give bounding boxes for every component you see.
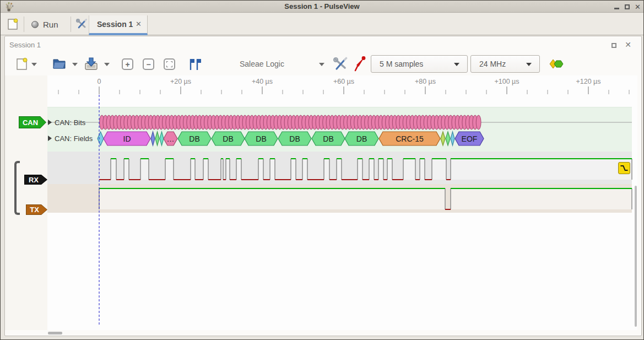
horizontal-scrollbar-thumb[interactable]: [48, 332, 62, 334]
device-selector[interactable]: Saleae Logic: [240, 60, 284, 68]
device-dropdown-arrow[interactable]: [319, 63, 324, 66]
decoder-tag-can[interactable]: CAN: [19, 116, 46, 128]
minimize-button[interactable]: [612, 2, 621, 11]
tab-label: Session 1: [97, 20, 133, 29]
minimize-icon: [614, 8, 619, 9]
new-session-button[interactable]: [7, 18, 18, 30]
new-file-dropdown-arrow[interactable]: [31, 63, 37, 66]
tab-close-icon[interactable]: ✕: [136, 20, 142, 28]
sample-count-select[interactable]: 5 M samples: [371, 55, 468, 73]
main-toolbar: Run Session 1 ✕: [1, 13, 643, 35]
close-icon: ✕: [635, 3, 641, 10]
falling-edge-trigger-icon: [619, 163, 629, 173]
zoom-out-button[interactable]: −: [143, 58, 154, 70]
tab-session-1[interactable]: Session 1 ✕: [89, 15, 148, 35]
subwindow-maximize-icon: [611, 43, 616, 48]
toolbar-separator: [71, 17, 71, 32]
vertical-scrollbar-thumb[interactable]: [635, 186, 637, 327]
can-tag-label: CAN: [19, 117, 46, 128]
sample-count-value: 5 M samples: [380, 60, 423, 68]
zoom-in-button[interactable]: +: [122, 58, 133, 70]
add-decoder-button[interactable]: [549, 58, 565, 69]
bits-row-expander-icon[interactable]: [48, 120, 52, 125]
zoom-in-icon: +: [125, 60, 129, 69]
subwindow-maximize-button[interactable]: [609, 41, 618, 50]
configure-device-button[interactable]: [333, 57, 348, 72]
sample-rate-value: 24 MHz: [479, 60, 506, 68]
new-file-button[interactable]: [16, 57, 28, 71]
pulseview-window: Session 1 - PulseView ✕ Run Session 1 ✕: [0, 0, 644, 340]
subwindow-close-button[interactable]: ✕: [624, 40, 632, 49]
settings-wrench-icon[interactable]: [76, 19, 87, 30]
zoom-out-icon: −: [146, 60, 150, 69]
fields-row-expander-icon[interactable]: [48, 136, 52, 141]
maximize-icon: [625, 4, 630, 9]
close-button[interactable]: ✕: [633, 2, 642, 11]
fields-row-label: CAN: Fields: [55, 134, 93, 143]
sample-rate-dropdown-arrow: [526, 63, 532, 66]
save-dropdown-arrow[interactable]: [104, 63, 110, 66]
save-button[interactable]: [84, 56, 98, 71]
rx-trace-tag[interactable]: RX: [24, 175, 47, 185]
run-state-icon: [31, 21, 39, 28]
open-file-dropdown-arrow[interactable]: [72, 63, 78, 66]
trigger-marker-badge[interactable]: [618, 162, 630, 174]
toolbar-separator: [24, 17, 24, 32]
window-title: Session 1 - PulseView: [1, 2, 643, 10]
maximize-button[interactable]: [623, 2, 632, 11]
bits-row-label: CAN: Bits: [55, 118, 85, 127]
trace-label-margin: [5, 75, 47, 330]
markers-flags-button[interactable]: [189, 58, 201, 71]
run-button[interactable]: Run: [31, 18, 63, 31]
subwindow-title: Session 1: [9, 41, 41, 49]
probe-button[interactable]: [354, 56, 366, 72]
subwindow-close-icon: ✕: [625, 40, 631, 49]
trace-group-bracket[interactable]: [14, 161, 20, 215]
zoom-fit-button[interactable]: [164, 58, 175, 70]
tx-trace-tag[interactable]: TX: [26, 204, 47, 215]
sample-count-dropdown-arrow: [454, 63, 459, 66]
run-label: Run: [43, 20, 58, 29]
tx-trace-band: [47, 184, 632, 213]
open-file-button[interactable]: [52, 57, 66, 70]
zoom-fit-icon: [166, 61, 172, 67]
rx-trace-band: [47, 152, 632, 184]
decoder-trace-band: [47, 107, 632, 152]
tx-tag-label: TX: [26, 205, 47, 214]
sample-rate-select[interactable]: 24 MHz: [470, 55, 540, 73]
titlebar: Session 1 - PulseView ✕: [1, 1, 643, 13]
